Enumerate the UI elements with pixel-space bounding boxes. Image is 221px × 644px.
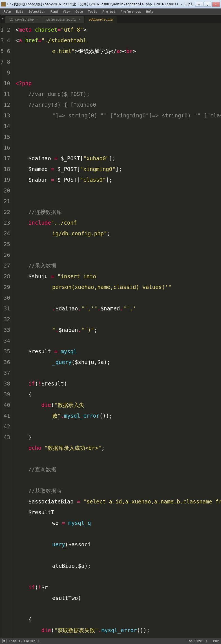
switch-project-icon[interactable]: ≡ [2,639,6,643]
editor-area: ◀ db.config.php×deletepeople.php×addpeop… [0,15,221,638]
menubar: FileEditSelectionFindViewGotoToolsProjec… [0,8,221,15]
tab-scroll-icon[interactable]: ◀ [1,17,3,20]
tab-deletepeople-php[interactable]: deletepeople.php× [42,16,84,23]
tab-size[interactable]: Tab Size: 4 [187,639,207,643]
tab-bar: db.config.php×deletepeople.php×addpeople… [0,15,221,23]
app-icon [1,2,6,6]
tab-db-config-php[interactable]: db.config.php× [5,16,42,23]
menu-project[interactable]: Project [100,9,118,14]
tab-addpeople-php[interactable]: addpeople.php [85,16,117,23]
syntax-mode[interactable]: PHP [213,639,219,643]
statusbar: ≡ Line 1, Column 1 Tab Size: 4 PHP [0,638,221,644]
window-controls: — □ ✕ [195,2,220,7]
close-button[interactable]: ✕ [212,2,220,7]
menu-goto[interactable]: Goto [73,9,85,14]
close-icon[interactable]: × [36,18,38,21]
close-icon[interactable]: × [78,18,80,21]
minimize-button[interactable]: — [195,2,203,7]
window-title: H:\我的u盘\php\总结\baby20161231作业 (复件)\20161… [7,2,195,7]
cursor-position: Line 1, Column 1 [9,639,39,643]
menu-find[interactable]: Find [48,9,60,14]
menu-edit[interactable]: Edit [14,9,26,14]
menu-selection[interactable]: Selection [26,9,48,14]
menu-file[interactable]: File [1,9,13,14]
maximize-button[interactable]: □ [204,2,211,7]
line-gutter: 1 2 3 4 5 6 7 8 9 10 11 12 13 14 15 16 1… [0,23,13,638]
titlebar: H:\我的u盘\php\总结\baby20161231作业 (复件)\20161… [0,0,221,8]
menu-preferences[interactable]: Preferences [118,9,143,14]
menu-help[interactable]: Help [144,9,156,14]
menu-tools[interactable]: Tools [86,9,100,14]
menu-view[interactable]: View [61,9,73,14]
code-editor[interactable]: <meta charset="utf-8"> <a href="./studen… [13,23,221,638]
